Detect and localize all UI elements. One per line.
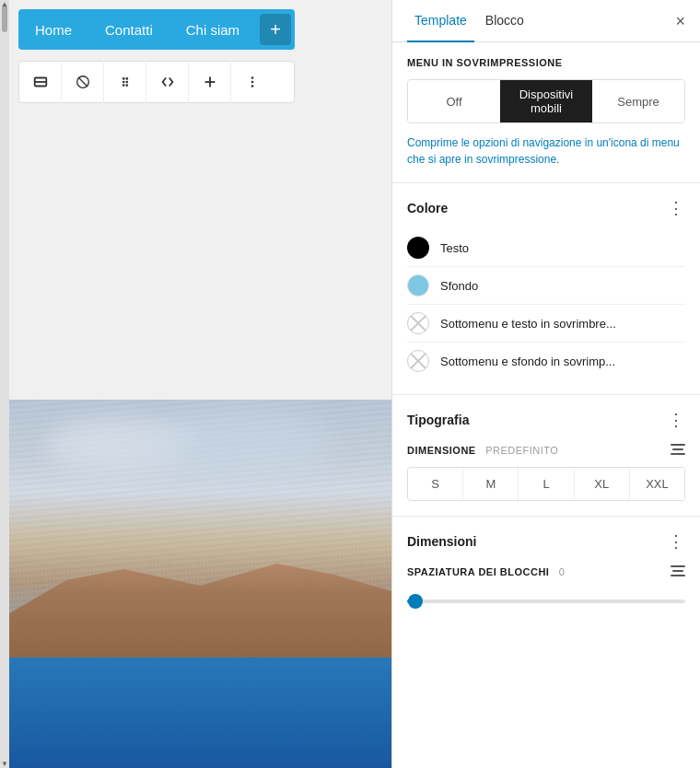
dimension-label: DIMENSIONE (407, 445, 476, 456)
nav-item-chisiam[interactable]: Chi siam (169, 9, 256, 50)
color-item-sottomenu-testo[interactable]: Sottomenu e testo in sovrimbre... (407, 305, 685, 343)
tab-template[interactable]: Template (407, 0, 474, 42)
svg-point-6 (122, 81, 124, 84)
spacing-labels: SPAZIATURA DEI BLOCCHI 0 (407, 563, 565, 579)
dimension-labels: DIMENSIONE PREDEFINITO (407, 441, 558, 458)
color-swatch-sottomenu-testo (407, 312, 429, 334)
painting-image (9, 400, 391, 768)
right-panel: Template Blocco × MENU IN SOVRIMPRESSION… (391, 0, 700, 768)
nav-item-contatti[interactable]: Contatti (88, 9, 169, 50)
svg-point-9 (125, 84, 128, 87)
menu-overlay-section: MENU IN SOVRIMPRESSIONE Off Dispositivi … (392, 42, 700, 183)
color-item-sottomenu-sfondo[interactable]: Sottomenu e sfondo in sovrimp... (407, 343, 685, 379)
colore-menu-button[interactable]: ⋮ (668, 198, 685, 218)
left-scrollbar: ▲ ▼ (0, 0, 9, 768)
tipografia-header: Tipografia ⋮ (407, 410, 685, 430)
dimension-sublabel: PREDEFINITO (485, 445, 558, 456)
dimensioni-section: Dimensioni ⋮ SPAZIATURA DEI BLOCCHI 0 (392, 517, 700, 627)
slider-thumb[interactable] (408, 594, 423, 609)
color-label-sottomenu-sfondo: Sottomenu e sfondo in sovrimp... (440, 355, 615, 368)
scrollbar-thumb[interactable] (2, 5, 7, 32)
scroll-down-arrow[interactable]: ▼ (0, 760, 9, 768)
menu-overlay-description: Comprime le opzioni di navigazione in un… (407, 134, 685, 168)
spacing-label: SPAZIATURA DEI BLOCCHI (407, 566, 549, 577)
close-panel-button[interactable]: × (675, 13, 685, 29)
toggle-mobile-button[interactable]: Dispositivi mobili (500, 80, 592, 122)
color-item-testo[interactable]: Testo (407, 229, 685, 267)
color-swatch-testo (407, 237, 429, 259)
spacing-value: 0 (559, 566, 565, 577)
more-options-button[interactable] (231, 61, 274, 103)
color-label-sfondo: Sfondo (440, 279, 478, 293)
svg-point-4 (122, 77, 124, 80)
align-button[interactable] (19, 61, 62, 103)
tabs-bar: Template Blocco × (392, 0, 700, 42)
dimensioni-header: Dimensioni ⋮ (407, 531, 685, 552)
svg-point-12 (251, 76, 254, 79)
menu-overlay-label: MENU IN SOVRIMPRESSIONE (407, 57, 685, 68)
svg-point-14 (251, 85, 254, 87)
svg-line-3 (78, 77, 88, 87)
spacing-adjust-icon[interactable] (671, 565, 685, 576)
size-m-button[interactable]: M (463, 468, 519, 500)
navigation-bar: Home Contatti Chi siam + (18, 9, 295, 50)
nav-add-button[interactable]: + (260, 14, 291, 45)
color-label-testo: Testo (440, 241, 469, 255)
color-swatch-sfondo (407, 274, 429, 297)
dimensioni-menu-button[interactable]: ⋮ (668, 531, 685, 552)
toggle-always-button[interactable]: Sempre (592, 80, 684, 122)
colore-title: Colore (407, 201, 448, 215)
svg-point-7 (125, 81, 128, 84)
tipografia-menu-button[interactable]: ⋮ (668, 410, 685, 430)
tab-blocco[interactable]: Blocco (478, 0, 531, 42)
size-l-button[interactable]: L (519, 468, 574, 500)
add-block-button[interactable] (189, 61, 231, 103)
colore-section: Colore ⋮ Testo Sfondo Sottomenu e testo … (392, 183, 700, 395)
colore-header: Colore ⋮ (407, 198, 685, 218)
color-swatch-sottomenu-sfondo (407, 350, 429, 372)
size-xl-button[interactable]: XL (575, 468, 630, 500)
size-xxl-button[interactable]: XXL (630, 468, 684, 500)
nav-item-home[interactable]: Home (18, 9, 88, 50)
overlay-toggle-group: Off Dispositivi mobili Sempre (407, 79, 685, 123)
block-type-button[interactable] (62, 61, 104, 103)
dimensioni-title: Dimensioni (407, 534, 476, 549)
size-buttons-group: S M L XL XXL (407, 467, 685, 501)
drag-button[interactable] (104, 61, 146, 103)
dimension-row: DIMENSIONE PREDEFINITO (407, 441, 685, 458)
navigate-button[interactable] (146, 61, 189, 103)
tipografia-section: Tipografia ⋮ DIMENSIONE PREDEFINITO S M … (392, 395, 700, 517)
right-panel-content: MENU IN SOVRIMPRESSIONE Off Dispositivi … (392, 42, 700, 768)
dimension-adjust-icon[interactable] (671, 444, 685, 455)
svg-point-8 (122, 84, 124, 87)
slider-track (407, 599, 685, 603)
color-label-sottomenu-testo: Sottomenu e testo in sovrimbre... (440, 317, 616, 331)
tipografia-title: Tipografia (407, 413, 469, 427)
svg-point-13 (251, 81, 254, 84)
svg-point-5 (125, 77, 128, 80)
color-item-sfondo[interactable]: Sfondo (407, 267, 685, 305)
spacing-row: SPAZIATURA DEI BLOCCHI 0 (407, 563, 685, 579)
toggle-off-button[interactable]: Off (408, 80, 500, 122)
block-toolbar (18, 61, 295, 103)
size-s-button[interactable]: S (408, 468, 463, 500)
spacing-slider[interactable] (407, 590, 685, 612)
left-panel: ▲ ▼ Home Contatti Chi siam + (0, 0, 391, 768)
scroll-up-arrow[interactable]: ▲ (0, 0, 9, 8)
